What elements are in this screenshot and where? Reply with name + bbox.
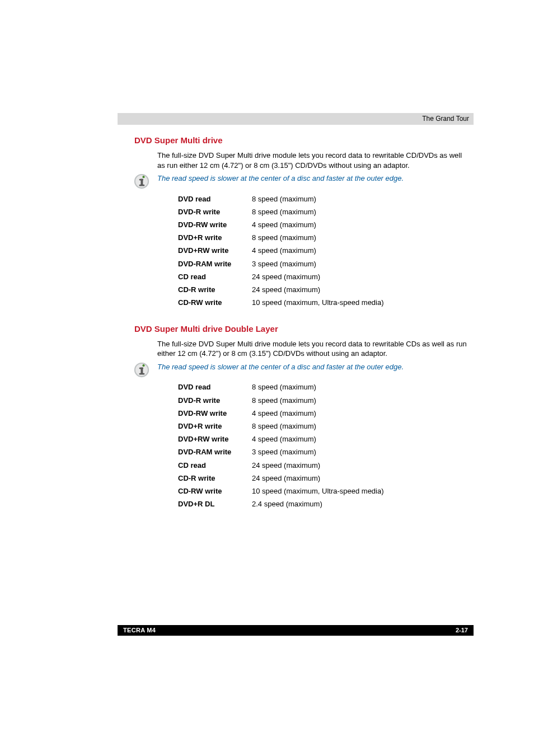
spec-value: 8 speed (maximum)	[252, 233, 316, 243]
info-note-text: The read speed is slower at the center o…	[157, 173, 534, 184]
spec-value: 10 speed (maximum, Ultra-speed media)	[252, 298, 384, 308]
svg-point-2	[142, 176, 144, 178]
spec-row: CD-RW write10 speed (maximum, Ultra-spee…	[178, 485, 534, 497]
spec-row: DVD read8 speed (maximum)	[178, 381, 534, 394]
spec-label: CD-RW write	[178, 486, 252, 496]
section-description: The full-size DVD Super Multi drive modu…	[157, 339, 467, 359]
spec-table-1: DVD read8 speed (maximum) DVD-R write8 s…	[178, 192, 534, 309]
section-heading-dvd-super-multi-dl: DVD Super Multi drive Double Layer	[134, 323, 534, 335]
spec-value: 4 speed (maximum)	[252, 220, 316, 230]
section-heading-dvd-super-multi: DVD Super Multi drive	[134, 134, 534, 146]
spec-value: 3 speed (maximum)	[252, 447, 316, 457]
spec-value: 4 speed (maximum)	[252, 246, 316, 256]
info-note-row: The read speed is slower at the center o…	[0, 173, 534, 189]
spec-label: DVD+RW write	[178, 246, 252, 256]
page-content: DVD Super Multi drive The full-size DVD …	[0, 0, 534, 511]
info-note-row: The read speed is slower at the center o…	[0, 362, 534, 378]
spec-row: CD-R write24 speed (maximum)	[178, 283, 534, 296]
spec-label: DVD-RAM write	[178, 259, 252, 269]
spec-value: 8 speed (maximum)	[252, 382, 316, 392]
spec-value: 24 speed (maximum)	[252, 473, 320, 483]
spec-row: DVD+R write8 speed (maximum)	[178, 232, 534, 245]
svg-rect-10	[140, 368, 143, 374]
info-icon-wrap	[0, 173, 157, 189]
info-icon	[134, 362, 149, 378]
spec-row: DVD+RW write4 speed (maximum)	[178, 433, 534, 446]
spec-row: DVD+R write8 speed (maximum)	[178, 420, 534, 433]
spec-row: DVD-RAM write3 speed (maximum)	[178, 257, 534, 270]
spec-label: DVD read	[178, 382, 252, 392]
spec-row: DVD+RW write4 speed (maximum)	[178, 245, 534, 257]
chapter-title: The Grand Tour	[422, 115, 469, 123]
spec-value: 2.4 speed (maximum)	[252, 499, 322, 509]
footer-page-number: 2-17	[456, 626, 468, 635]
page-header-bar: The Grand Tour	[118, 113, 474, 125]
spec-label: DVD+R write	[178, 233, 252, 243]
spec-row: CD-RW write10 speed (maximum, Ultra-spee…	[178, 297, 534, 309]
section-description: The full-size DVD Super Multi drive modu…	[157, 151, 467, 170]
spec-value: 8 speed (maximum)	[252, 396, 316, 406]
spec-label: DVD+R write	[178, 421, 252, 431]
spec-value: 10 speed (maximum, Ultra-speed media)	[252, 486, 384, 496]
spec-row: DVD read8 speed (maximum)	[178, 192, 534, 205]
spec-label: CD read	[178, 461, 252, 471]
spec-label: CD-RW write	[178, 298, 252, 308]
spec-row: DVD+R DL2.4 speed (maximum)	[178, 498, 534, 511]
spec-row: CD read24 speed (maximum)	[178, 270, 534, 283]
spec-row: CD-R write24 speed (maximum)	[178, 472, 534, 485]
info-icon-wrap	[0, 362, 157, 378]
spec-row: CD read24 speed (maximum)	[178, 459, 534, 472]
spec-label: DVD-R write	[178, 207, 252, 217]
svg-point-8	[142, 364, 144, 367]
spec-label: CD-R write	[178, 285, 252, 295]
spec-table-2: DVD read8 speed (maximum) DVD-R write8 s…	[178, 381, 534, 511]
svg-rect-4	[140, 179, 143, 185]
spec-label: DVD read	[178, 194, 252, 204]
spec-value: 24 speed (maximum)	[252, 285, 320, 295]
spec-label: DVD-RW write	[178, 408, 252, 419]
svg-rect-5	[139, 185, 145, 186]
spec-label: DVD-RW write	[178, 220, 252, 230]
spec-row: DVD-R write8 speed (maximum)	[178, 205, 534, 218]
spec-label: CD read	[178, 272, 252, 282]
spec-row: DVD-RW write4 speed (maximum)	[178, 218, 534, 231]
spec-value: 24 speed (maximum)	[252, 272, 320, 282]
spec-label: DVD-R write	[178, 396, 252, 406]
info-note-text: The read speed is slower at the center o…	[157, 362, 534, 372]
spec-label: DVD+RW write	[178, 434, 252, 444]
spec-label: DVD+R DL	[178, 499, 252, 509]
spec-label: CD-R write	[178, 473, 252, 483]
spec-value: 4 speed (maximum)	[252, 408, 316, 419]
spec-value: 8 speed (maximum)	[252, 194, 316, 204]
spec-row: DVD-R write8 speed (maximum)	[178, 394, 534, 407]
svg-rect-11	[139, 373, 145, 375]
spec-value: 4 speed (maximum)	[252, 434, 316, 444]
spec-value: 8 speed (maximum)	[252, 207, 316, 217]
spec-value: 8 speed (maximum)	[252, 421, 316, 431]
spec-value: 3 speed (maximum)	[252, 259, 316, 269]
spec-row: DVD-RW write4 speed (maximum)	[178, 407, 534, 420]
spec-row: DVD-RAM write3 speed (maximum)	[178, 446, 534, 459]
spec-value: 24 speed (maximum)	[252, 461, 320, 471]
spec-label: DVD-RAM write	[178, 447, 252, 457]
page-footer-bar: TECRA M4 2-17	[118, 625, 474, 636]
info-icon	[134, 173, 149, 189]
footer-product-name: TECRA M4	[123, 626, 156, 635]
